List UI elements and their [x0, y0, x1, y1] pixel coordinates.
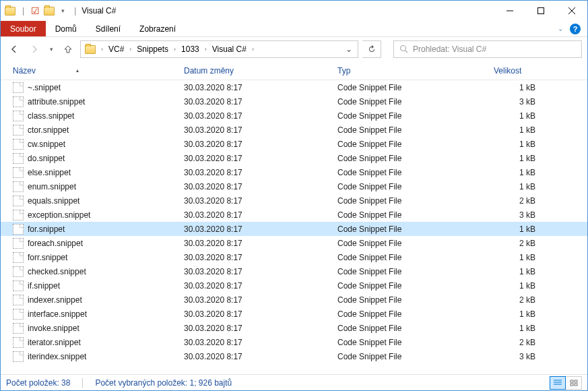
cell-size: 2 kB: [494, 196, 535, 206]
tab-view[interactable]: Zobrazení: [130, 21, 185, 36]
cell-type: Code Snippet File: [337, 111, 494, 121]
table-row[interactable]: class.snippet30.03.2020 8:17Code Snippet…: [1, 109, 587, 123]
table-row[interactable]: interface.snippet30.03.2020 8:17Code Sni…: [1, 307, 587, 321]
table-row[interactable]: forr.snippet30.03.2020 8:17Code Snippet …: [1, 250, 587, 264]
svg-rect-9: [570, 380, 573, 382]
table-row[interactable]: ctor.snippet30.03.2020 8:17Code Snippet …: [1, 123, 587, 137]
cell-name: if.snippet: [28, 281, 184, 291]
cell-type: Code Snippet File: [337, 239, 494, 248]
cell-type: Code Snippet File: [337, 125, 494, 135]
cell-name: do.snippet: [28, 154, 184, 163]
cell-size: 1 kB: [494, 324, 535, 333]
up-button[interactable]: [60, 41, 76, 57]
cell-date: 30.03.2020 8:17: [184, 111, 337, 121]
cell-size: 3 kB: [494, 352, 535, 361]
table-row[interactable]: enum.snippet30.03.2020 8:17Code Snippet …: [1, 179, 587, 193]
maximize-button[interactable]: [525, 1, 556, 21]
minimize-button[interactable]: [494, 1, 525, 21]
table-row[interactable]: iterator.snippet30.03.2020 8:17Code Snip…: [1, 335, 587, 349]
file-icon: [13, 266, 24, 277]
view-large-button[interactable]: [566, 376, 582, 390]
refresh-button[interactable]: [362, 40, 381, 58]
table-row[interactable]: equals.snippet30.03.2020 8:17Code Snippe…: [1, 193, 587, 208]
chevron-right-icon[interactable]: ›: [171, 46, 178, 53]
cell-date: 30.03.2020 8:17: [184, 168, 337, 177]
file-icon: [13, 323, 24, 334]
breadcrumb-segment[interactable]: Snippets: [134, 41, 171, 57]
chevron-right-icon[interactable]: ›: [98, 46, 106, 53]
cell-size: 1 kB: [494, 154, 535, 163]
cell-size: 1 kB: [494, 267, 535, 276]
column-type[interactable]: Typ: [337, 66, 494, 76]
table-row[interactable]: attribute.snippet30.03.2020 8:17Code Sni…: [1, 94, 587, 109]
address-dropdown-icon[interactable]: ⌄: [341, 44, 356, 54]
cell-date: 30.03.2020 8:17: [184, 196, 337, 206]
search-box[interactable]: [393, 40, 582, 58]
cell-date: 30.03.2020 8:17: [184, 338, 337, 347]
table-row[interactable]: checked.snippet30.03.2020 8:17Code Snipp…: [1, 264, 587, 278]
cell-date: 30.03.2020 8:17: [184, 182, 337, 191]
ribbon-expand-icon[interactable]: ⌄: [558, 25, 563, 32]
address-bar[interactable]: › VC#›Snippets›1033›Visual C#› ⌄: [80, 40, 358, 58]
table-row[interactable]: invoke.snippet30.03.2020 8:17Code Snippe…: [1, 321, 587, 335]
quick-access-toolbar: | ☑ ▾ |: [5, 5, 79, 16]
cell-date: 30.03.2020 8:17: [184, 352, 337, 361]
column-size[interactable]: Velikost: [494, 66, 546, 76]
column-name[interactable]: Název▴: [13, 66, 184, 76]
search-input[interactable]: [413, 44, 576, 54]
cell-date: 30.03.2020 8:17: [184, 97, 337, 107]
cell-name: forr.snippet: [28, 253, 184, 262]
table-row[interactable]: else.snippet30.03.2020 8:17Code Snippet …: [1, 165, 587, 179]
table-row[interactable]: indexer.snippet30.03.2020 8:17Code Snipp…: [1, 293, 587, 307]
cell-date: 30.03.2020 8:17: [184, 154, 337, 163]
cell-date: 30.03.2020 8:17: [184, 210, 337, 220]
table-row[interactable]: exception.snippet30.03.2020 8:17Code Sni…: [1, 208, 587, 222]
table-row[interactable]: cw.snippet30.03.2020 8:17Code Snippet Fi…: [1, 137, 587, 151]
folder-icon[interactable]: [44, 7, 55, 16]
cell-name: cw.snippet: [28, 140, 184, 149]
cell-size: 1 kB: [494, 281, 535, 291]
cell-type: Code Snippet File: [337, 83, 494, 92]
recent-dropdown-icon[interactable]: ▾: [46, 41, 56, 57]
table-row[interactable]: iterindex.snippet30.03.2020 8:17Code Sni…: [1, 349, 587, 363]
cell-name: else.snippet: [28, 168, 184, 177]
cell-type: Code Snippet File: [337, 267, 494, 276]
file-icon: [13, 337, 24, 348]
forward-button[interactable]: [26, 41, 42, 57]
view-details-button[interactable]: [550, 376, 566, 390]
close-button[interactable]: [556, 1, 587, 21]
file-icon: [13, 125, 24, 136]
file-icon: [13, 82, 24, 93]
tab-share[interactable]: Sdílení: [86, 21, 130, 36]
svg-rect-12: [575, 384, 577, 386]
file-list[interactable]: ~.snippet30.03.2020 8:17Code Snippet Fil…: [1, 80, 587, 374]
tab-file[interactable]: Soubor: [1, 21, 46, 36]
titlebar[interactable]: | ☑ ▾ | Visual C#: [1, 1, 587, 21]
table-row[interactable]: foreach.snippet30.03.2020 8:17Code Snipp…: [1, 236, 587, 250]
table-row[interactable]: if.snippet30.03.2020 8:17Code Snippet Fi…: [1, 278, 587, 293]
navigation-bar: ▾ › VC#›Snippets›1033›Visual C#› ⌄: [1, 37, 587, 61]
table-row[interactable]: for.snippet30.03.2020 8:17Code Snippet F…: [1, 222, 587, 236]
chevron-right-icon[interactable]: ›: [249, 46, 257, 53]
help-icon[interactable]: ?: [570, 24, 581, 34]
file-icon: [13, 111, 24, 121]
breadcrumb-segment[interactable]: Visual C#: [209, 41, 249, 57]
chevron-right-icon[interactable]: ›: [127, 46, 134, 53]
cell-type: Code Snippet File: [337, 154, 494, 163]
breadcrumb-segment[interactable]: VC#: [106, 41, 127, 57]
table-row[interactable]: do.snippet30.03.2020 8:17Code Snippet Fi…: [1, 151, 587, 165]
cell-type: Code Snippet File: [337, 295, 494, 305]
column-date[interactable]: Datum změny: [184, 66, 337, 76]
back-button[interactable]: [6, 41, 22, 57]
tab-home[interactable]: Domů: [46, 21, 86, 36]
qat-dropdown-icon[interactable]: ▾: [59, 7, 67, 14]
check-icon[interactable]: ☑: [31, 5, 40, 16]
cell-name: class.snippet: [28, 111, 184, 121]
svg-rect-1: [538, 8, 544, 14]
cell-size: 1 kB: [494, 253, 535, 262]
chevron-right-icon[interactable]: ›: [202, 46, 209, 53]
breadcrumb-segment[interactable]: 1033: [178, 41, 202, 57]
table-row[interactable]: ~.snippet30.03.2020 8:17Code Snippet Fil…: [1, 80, 587, 94]
cell-size: 1 kB: [494, 125, 535, 135]
cell-date: 30.03.2020 8:17: [184, 253, 337, 262]
